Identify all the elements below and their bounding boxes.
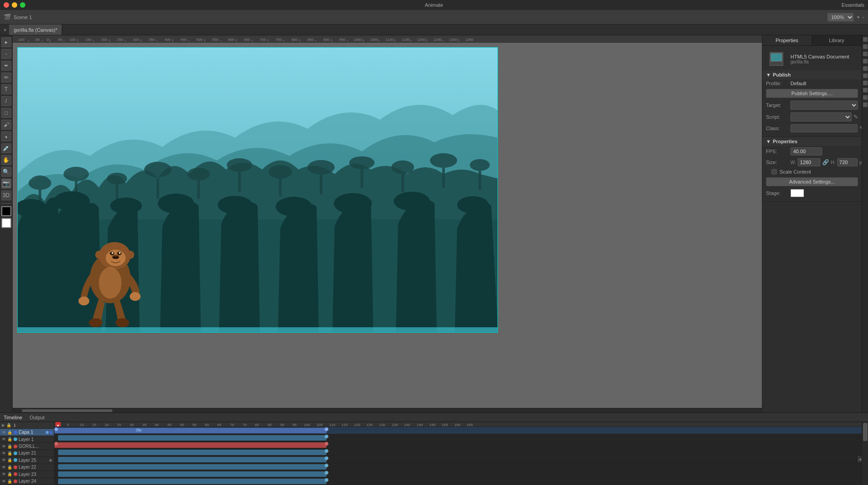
layer-visibility-icon[interactable]: 👁 [2, 444, 6, 449]
svg-text:30: 30 [130, 423, 134, 427]
tool-pencil[interactable]: ✏ [1, 73, 11, 82]
track-layer22[interactable] [54, 463, 862, 470]
layer-visibility-icon[interactable]: 👁 [2, 458, 6, 462]
mini-panel-btn-3[interactable] [863, 52, 868, 56]
class-input[interactable] [790, 124, 858, 132]
track-gorill[interactable] [54, 441, 862, 449]
tool-eyedropper[interactable]: 💉 [1, 143, 11, 153]
layer-name[interactable]: Layer 21 [19, 451, 36, 456]
layer-lock-icon[interactable]: 🔒 [7, 451, 12, 456]
tab-timeline[interactable]: Timeline [4, 415, 22, 420]
height-input[interactable] [837, 158, 858, 166]
layer-layer1[interactable]: 👁 🔒 Layer 1 [0, 436, 54, 443]
tool-fill[interactable]: ⬥ [1, 131, 11, 141]
tool-line[interactable]: / [1, 96, 11, 106]
timeline-vscroll-thumb[interactable] [863, 423, 868, 441]
layer-visibility-icon[interactable]: 👁 [2, 472, 6, 476]
layer-lock-icon[interactable]: 🔒 [7, 458, 12, 462]
tool-3d[interactable]: 3D [1, 190, 11, 200]
tool-text[interactable]: T [1, 84, 11, 94]
fill-color[interactable] [1, 218, 11, 228]
layer-name[interactable]: Layer 24 [19, 479, 36, 484]
track-layer24[interactable] [54, 478, 862, 485]
tab-output[interactable]: Output [29, 415, 44, 420]
minimize-button[interactable] [12, 2, 17, 8]
h-scrollbar-thumb[interactable] [22, 409, 112, 412]
tool-subselect[interactable]: ◦ [1, 49, 11, 59]
layer-visibility-icon[interactable]: 👁 [2, 437, 6, 441]
layer-visibility-icon[interactable]: 👁 [2, 465, 6, 470]
properties-section-header[interactable]: ▼ Properties [762, 137, 862, 146]
track-layer23[interactable] [54, 470, 862, 478]
stage-color-swatch[interactable] [790, 189, 804, 197]
playhead-marker[interactable]: ▼ [55, 422, 61, 427]
tool-hand[interactable]: ✋ [1, 155, 11, 165]
scale-content-checkbox[interactable] [771, 169, 777, 175]
layer-lock-icon[interactable]: 🔒 [7, 472, 12, 476]
publish-section-header[interactable]: ▼ Publish [762, 70, 862, 79]
layer-layer25[interactable]: 👁 🔒 Layer 25 ◈ [0, 457, 54, 464]
mini-panel-btn-6[interactable] [863, 73, 868, 78]
layer-name[interactable]: Layer 1 [19, 437, 34, 442]
layer-name[interactable]: Capa 1 [19, 430, 33, 435]
width-input[interactable] [798, 158, 820, 166]
mini-panel-btn-8[interactable] [863, 88, 868, 92]
target-select[interactable] [790, 101, 858, 110]
canvas-viewport[interactable] [13, 43, 762, 408]
tab-close-icon[interactable]: × [4, 27, 6, 33]
mini-panel-btn-10[interactable] [863, 102, 868, 107]
layer-lock-icon[interactable]: 🔒 [7, 437, 12, 441]
lock-icon[interactable]: 🔗 [822, 159, 829, 165]
publish-settings-button[interactable]: Publish Settings.... [766, 89, 858, 98]
layer-layer22[interactable]: 👁 🔒 Layer 22 [0, 464, 54, 471]
track-layer25[interactable]: ◈ [54, 456, 862, 463]
tool-brush[interactable]: 🖌 [1, 120, 11, 130]
timeline-vscrollbar[interactable] [862, 422, 868, 485]
layer-name[interactable]: Layer 25 [19, 458, 36, 463]
layer-lock-icon[interactable]: 🔒 [7, 444, 12, 449]
script-select[interactable] [790, 112, 852, 121]
layer-lock-icon[interactable]: 🔒 [7, 479, 12, 484]
layer-gorill[interactable]: 👁 🔒 GORILL... [0, 443, 54, 450]
tool-pen[interactable]: ✒ [1, 61, 11, 71]
layer-visibility-icon[interactable]: 👁 [2, 430, 6, 435]
layer-lock-icon[interactable]: 🔒 [7, 430, 12, 435]
zoom-select[interactable]: 100% 50% 75% 150% 200% [827, 13, 854, 22]
track-capa1[interactable]: 0lo [54, 427, 862, 434]
mini-panel-btn-7[interactable] [863, 81, 868, 85]
tab-library[interactable]: Library [812, 35, 862, 45]
layer-layer24[interactable]: 👁 🔒 Layer 24 [0, 478, 54, 485]
tab-properties[interactable]: Properties [762, 35, 812, 45]
track-layer21[interactable] [54, 449, 862, 456]
tool-select[interactable]: ▸ [1, 37, 11, 47]
layer-lock-icon[interactable]: 🔒 [7, 465, 12, 470]
lock-all-icon[interactable]: 🔒 [6, 423, 11, 427]
mini-panel-btn-9[interactable] [863, 95, 868, 100]
file-tab[interactable]: gorilla.fla (Canvas)* [9, 24, 62, 35]
zoom-in-icon[interactable]: + [857, 14, 860, 20]
mini-panel-btn-4[interactable] [863, 59, 868, 63]
layer-layer23[interactable]: 👁 🔒 Layer 23 [0, 471, 54, 478]
mini-panel-btn-1[interactable] [863, 37, 868, 42]
layer-visibility-icon[interactable]: 👁 [2, 451, 6, 456]
layer-name[interactable]: Layer 22 [19, 465, 36, 470]
advanced-settings-button[interactable]: Advanced Settings... [766, 177, 858, 186]
mini-panel-btn-5[interactable] [863, 66, 868, 71]
fps-input[interactable] [790, 147, 822, 155]
tool-zoom[interactable]: 🔍 [1, 167, 11, 177]
close-button[interactable] [4, 2, 9, 8]
layer-visibility-icon[interactable]: 👁 [2, 479, 6, 484]
layer-name[interactable]: Layer 23 [19, 472, 36, 477]
tool-camera[interactable]: 📷 [1, 179, 11, 189]
script-edit-icon[interactable]: ✎ [853, 114, 858, 120]
zoom-out-icon[interactable]: - [863, 14, 864, 20]
layer-layer21[interactable]: 👁 🔒 Layer 21 [0, 450, 54, 457]
stroke-color[interactable] [1, 206, 11, 216]
layer-capa1[interactable]: 👁 🔒 Capa 1 [0, 429, 54, 436]
h-scrollbar[interactable] [13, 408, 762, 412]
maximize-button[interactable] [20, 2, 25, 8]
layer-name[interactable]: GORILL... [19, 444, 39, 449]
track-layer1[interactable] [54, 434, 862, 441]
mini-panel-btn-2[interactable] [863, 44, 868, 49]
tool-shape[interactable]: □ [1, 108, 11, 118]
